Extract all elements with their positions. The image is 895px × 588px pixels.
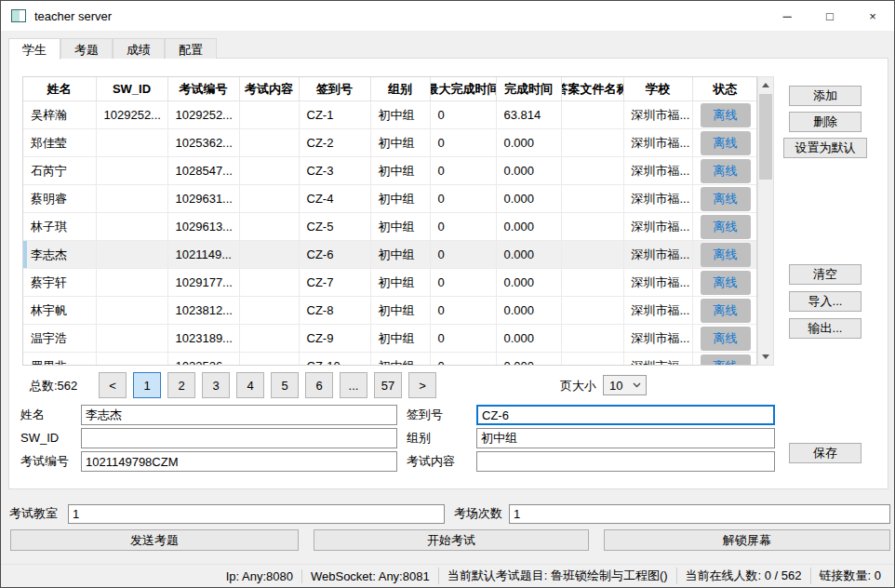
column-header[interactable]: 考试内容	[239, 77, 299, 101]
page-button[interactable]: 5	[271, 372, 299, 398]
sign-no-field[interactable]	[476, 405, 775, 425]
status-ip: Ip: Any:8080	[218, 569, 301, 583]
maximize-button[interactable]: □	[808, 1, 851, 31]
status-badge[interactable]: 离线	[701, 354, 751, 367]
chevron-down-icon	[633, 382, 641, 388]
title-bar: teacher server ─ □ ×	[1, 1, 894, 31]
scroll-down-icon[interactable]	[758, 349, 773, 365]
swid-label: SW_ID	[20, 428, 59, 448]
students-table: 姓名SW_ID考试编号考试内容签到号组别最大完成时间完成时间答案文件名称学校状态…	[22, 76, 757, 366]
column-header[interactable]: 签到号	[299, 77, 370, 101]
status-default-exam: 当前默认考试题目: 鲁班锁绘制与工程图()	[438, 568, 676, 584]
status-online-count: 当前在线人数: 0 / 562	[676, 568, 810, 584]
tab-config[interactable]: 配置	[165, 38, 217, 59]
table-row[interactable]: 李志杰1021149...CZ-6初中组00.000深圳市福...离线	[23, 241, 757, 269]
page-button[interactable]: 2	[167, 372, 195, 398]
column-header[interactable]: 完成时间	[496, 77, 561, 101]
page-button[interactable]: 57	[374, 372, 402, 398]
status-badge[interactable]: 离线	[701, 271, 751, 295]
status-badge[interactable]: 离线	[701, 131, 751, 155]
start-exam-button[interactable]: 开始考试	[314, 529, 589, 551]
column-header[interactable]: 组别	[370, 77, 430, 101]
status-badge[interactable]: 离线	[701, 159, 751, 183]
tab-strip: 学生 考题 成绩 配置	[8, 38, 217, 59]
exam-room-label: 考试教室	[9, 503, 58, 524]
status-badge[interactable]: 离线	[701, 187, 751, 211]
total-count-label: 总数:562	[30, 378, 77, 394]
name-label: 姓名	[20, 405, 45, 425]
export-button[interactable]: 输出...	[789, 318, 862, 339]
app-icon	[11, 9, 26, 22]
exam-session-label: 考场次数	[454, 503, 502, 524]
column-header[interactable]: 学校	[623, 77, 692, 101]
exam-room-field[interactable]	[68, 504, 445, 524]
group-field[interactable]	[476, 428, 775, 448]
page-button[interactable]: 4	[236, 372, 264, 398]
page-next-button[interactable]: >	[408, 372, 436, 398]
add-button[interactable]: 添加	[789, 86, 862, 106]
swid-field[interactable]	[81, 428, 397, 448]
app-window: teacher server ─ □ × 学生 考题 成绩 配置 姓名SW_ID…	[0, 0, 895, 588]
close-button[interactable]: ×	[851, 1, 894, 31]
status-websocket: WebSocket: Any:8081	[301, 569, 438, 583]
sign-no-label: 签到号	[407, 405, 443, 425]
page-size-select[interactable]: 10	[603, 375, 647, 395]
set-default-button[interactable]: 设置为默认	[783, 138, 867, 158]
column-header[interactable]: 答案文件名称	[561, 77, 623, 101]
pagination-buttons: <123456...57>	[99, 372, 436, 398]
name-field[interactable]	[81, 405, 397, 425]
column-header[interactable]: SW_ID	[96, 77, 167, 101]
scrollbar-thumb[interactable]	[759, 94, 772, 180]
table-row[interactable]: 罗思非1023526...CZ-10初中组00.000深圳市福...离线	[23, 353, 757, 367]
tab-scores[interactable]: 成绩	[113, 38, 165, 59]
table-scrollbar[interactable]	[757, 76, 774, 366]
column-header[interactable]: 最大完成时间	[430, 77, 496, 101]
status-badge[interactable]: 离线	[701, 327, 751, 351]
page-ellipsis-button[interactable]: ...	[340, 372, 367, 398]
table-row[interactable]: 温宇浩1023189...CZ-9初中组00.000深圳市福...离线	[23, 325, 757, 353]
tab-students[interactable]: 学生	[8, 38, 60, 60]
students-tab-page: 姓名SW_ID考试编号考试内容签到号组别最大完成时间完成时间答案文件名称学校状态…	[8, 58, 888, 489]
page-button[interactable]: 3	[202, 372, 230, 398]
exam-no-label: 考试编号	[20, 451, 69, 472]
unlock-screen-button[interactable]: 解锁屏幕	[604, 529, 890, 551]
pagination: 总数:562 <123456...57> 页大小 10	[9, 372, 888, 398]
status-bar: Ip: Any:8080 WebSocket: Any:8081 当前默认考试题…	[1, 564, 894, 587]
save-button[interactable]: 保存	[789, 443, 862, 463]
status-badge[interactable]: 离线	[701, 215, 751, 239]
table-row[interactable]: 石芮宁1028547...CZ-3初中组00.000深圳市福...离线	[23, 157, 757, 185]
group-label: 组别	[407, 428, 431, 448]
clear-button[interactable]: 清空	[789, 264, 862, 285]
exam-session-field[interactable]	[509, 504, 890, 524]
delete-button[interactable]: 删除	[789, 112, 862, 132]
send-questions-button[interactable]: 发送考题	[10, 529, 299, 551]
exam-content-label: 考试内容	[407, 451, 455, 472]
page-prev-button[interactable]: <	[99, 372, 127, 398]
page-button[interactable]: 1	[133, 372, 161, 398]
minimize-button[interactable]: ─	[766, 1, 808, 31]
page-button[interactable]: 6	[305, 372, 333, 398]
tab-questions[interactable]: 考题	[60, 38, 113, 59]
column-header[interactable]: 考试编号	[167, 77, 239, 101]
table-row[interactable]: 蔡宇轩1029177...CZ-7初中组00.000深圳市福...离线	[23, 269, 757, 297]
column-header[interactable]: 姓名	[23, 77, 96, 101]
table-row[interactable]: 郑佳莹1025362...CZ-2初中组00.000深圳市福...离线	[23, 129, 757, 157]
import-button[interactable]: 导入...	[789, 291, 862, 312]
table-header-row: 姓名SW_ID考试编号考试内容签到号组别最大完成时间完成时间答案文件名称学校状态	[23, 77, 757, 101]
status-badge[interactable]: 离线	[701, 299, 751, 323]
status-link-count: 链接数量: 0	[810, 568, 889, 584]
exam-content-field[interactable]	[476, 451, 775, 472]
page-size-label: 页大小	[560, 378, 596, 394]
page-size-value: 10	[609, 379, 622, 393]
status-badge[interactable]: 离线	[701, 103, 751, 127]
table-row[interactable]: 林宇帆1023812...CZ-8初中组00.000深圳市福...离线	[23, 297, 757, 325]
exam-no-field[interactable]	[81, 451, 397, 472]
table-row[interactable]: 林子琪1029613...CZ-5初中组00.000深圳市福...离线	[23, 213, 757, 241]
table-row[interactable]: 吴梓瀚1029252...1029252...CZ-1初中组063.814深圳市…	[23, 101, 757, 129]
window-title: teacher server	[34, 9, 112, 23]
status-badge[interactable]: 离线	[701, 243, 751, 267]
scroll-up-icon[interactable]	[758, 77, 773, 93]
table-row[interactable]: 蔡明睿1029631...CZ-4初中组00.000深圳市福...离线	[23, 185, 757, 213]
column-header[interactable]: 状态	[692, 77, 757, 101]
